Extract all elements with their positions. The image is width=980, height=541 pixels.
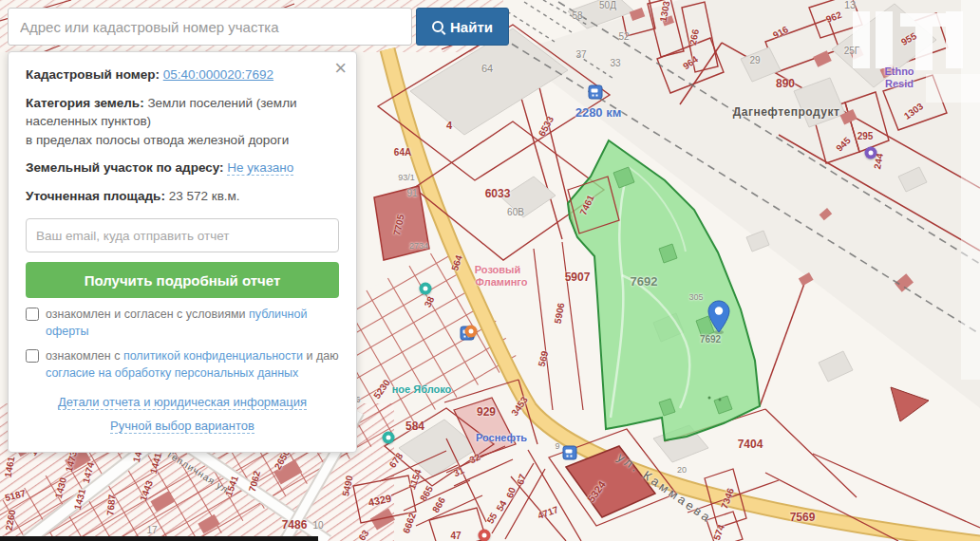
get-report-button[interactable]: Получить подробный отчет (26, 262, 339, 298)
address-row: Земельный участок по адресу: Не указано (26, 159, 339, 177)
report-details-link[interactable]: Детали отчета и юридическая информация (58, 395, 307, 410)
cadastral-number-label: Кадастровый номер: (26, 67, 160, 82)
parcel-info-panel: × Кадастровый номер: 05:40:000020:7692 К… (8, 51, 357, 453)
search-input[interactable] (8, 8, 412, 46)
cadastral-number-row: Кадастровый номер: 05:40:000020:7692 (26, 65, 339, 84)
manual-selection-link[interactable]: Ручной выбор вариантов (110, 419, 254, 434)
privacy-consent-row: ознакомлен с политикой конфиденциальност… (26, 348, 339, 382)
cadastral-number-link[interactable]: 05:40:000020:7692 (163, 67, 273, 82)
area-row: Уточненная площадь: 23 572 кв.м. (26, 187, 339, 206)
location-pin-icon (707, 300, 731, 334)
land-category-note: в пределах полосы отвода железной дороги (26, 133, 289, 147)
search-icon (432, 21, 443, 32)
close-icon[interactable]: × (334, 58, 347, 79)
privacy-consent-text: ознакомлен с политикой конфиденциальност… (46, 348, 339, 382)
privacy-consent-checkbox[interactable] (26, 349, 39, 363)
offer-consent-checkbox[interactable] (26, 308, 39, 321)
address-link[interactable]: Не указано (227, 160, 293, 176)
email-field[interactable] (26, 218, 339, 252)
cadastral-map-app: 6533464А60337705564385907590656974619649… (0, 0, 980, 541)
personal-data-link[interactable]: согласие на обработку персональных данны… (46, 366, 298, 380)
offer-consent-text: ознакомлен и согласен с условиями публич… (46, 307, 339, 340)
area-label: Уточненная площадь: (26, 189, 165, 203)
screen-edge-bar (0, 536, 318, 541)
offer-consent-row: ознакомлен и согласен с условиями публич… (26, 307, 339, 340)
search-button[interactable]: Найти (416, 8, 509, 46)
search-bar: Найти (8, 8, 509, 46)
area-value: 23 572 кв.м. (169, 189, 240, 203)
address-label: Земельный участок по адресу: (26, 160, 224, 175)
land-category-row: Категория земель: Земли поселений (земли… (26, 94, 339, 150)
land-category-label: Категория земель: (26, 96, 144, 110)
privacy-policy-link[interactable]: политикой конфиденциальности (123, 349, 303, 363)
search-button-label: Найти (450, 19, 493, 35)
